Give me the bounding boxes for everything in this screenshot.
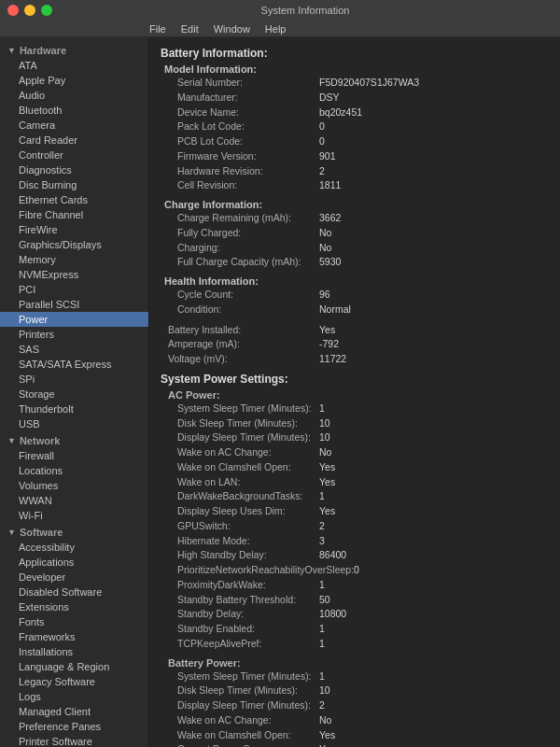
sidebar-item-printers[interactable]: Printers [0,327,148,342]
charge-full-capacity-label: Full Charge Capacity (mAh): [161,255,319,270]
sidebar-item-developer[interactable]: Developer [0,570,148,585]
menu-edit[interactable]: Edit [181,23,199,35]
sidebar-item-thunderbolt[interactable]: Thunderbolt [0,402,148,416]
menu-file[interactable]: File [149,23,166,35]
health-condition: Condition: Normal [161,303,549,317]
sidebar-item-ethernet-cards[interactable]: Ethernet Cards [0,192,148,207]
sidebar-item-apple-pay[interactable]: Apple Pay [0,73,148,88]
sidebar-item-ata[interactable]: ATA [0,58,148,73]
sidebar-item-printer-software[interactable]: Printer Software [0,734,148,747]
sidebar-item-pci[interactable]: PCI [0,282,148,297]
sidebar-item-sas[interactable]: SAS [0,342,148,357]
sidebar-item-bluetooth[interactable]: Bluetooth [0,103,148,118]
sidebar-item-frameworks[interactable]: Frameworks [0,629,148,644]
battery-voltage: Voltage (mV): 11722 [161,352,549,367]
sidebar-item-controller[interactable]: Controller [0,148,148,162]
ac-system-sleep-label: System Sleep Timer (Minutes): [161,402,319,416]
sidebar-item-usb[interactable]: USB [0,416,148,431]
ac-standby-battery-threshold: Standby Battery Threshold: 50 [161,593,549,608]
fullscreen-button[interactable] [41,5,52,16]
sidebar-item-nvmexpress[interactable]: NVMExpress [0,267,148,282]
model-hw-revision-value: 2 [319,164,325,179]
sidebar-item-card-reader[interactable]: Card Reader [0,133,148,148]
model-firmware-value: 901 [319,149,336,164]
sidebar-item-memory[interactable]: Memory [0,252,148,267]
ac-hibernate-mode-value: 3 [319,534,325,549]
bp-disk-sleep-label: Disk Sleep Timer (Minutes): [161,684,319,698]
sidebar-item-spi[interactable]: SPi [0,372,148,387]
ac-display-sleep-dim: Display Sleep Uses Dim: Yes [161,504,549,519]
sidebar-item-applications[interactable]: Applications [0,555,148,570]
bp-disk-sleep: Disk Sleep Timer (Minutes): 10 [161,684,549,698]
sidebar-item-camera[interactable]: Camera [0,118,148,133]
sidebar-item-wifi[interactable]: Wi-Fi [0,508,148,523]
software-group-label: ▼ Software [0,523,148,540]
model-manufacturer: Manufacturer: DSY [161,91,549,106]
model-manufacturer-value: DSY [319,91,340,106]
charge-section: Charge Information: Charge Remaining (mA… [161,199,549,270]
model-device-name: Device Name: bq20z451 [161,106,549,120]
sidebar-item-diagnostics[interactable]: Diagnostics [0,162,148,177]
sidebar-item-firewall[interactable]: Firewall [0,448,148,463]
sidebar-item-disabled-software[interactable]: Disabled Software [0,585,148,599]
charge-section-title: Charge Information: [161,199,549,210]
ac-hibernate-mode: Hibernate Mode: 3 [161,534,549,549]
bp-wake-ac-change: Wake on AC Change: No [161,713,549,728]
bp-wake-ac-change-label: Wake on AC Change: [161,713,319,728]
sidebar-item-logs[interactable]: Logs [0,689,148,704]
ac-standby-enabled: Standby Enabled: 1 [161,622,549,637]
sidebar-item-legacy-software[interactable]: Legacy Software [0,674,148,689]
health-condition-value: Normal [319,303,351,317]
close-button[interactable] [7,5,19,16]
minimize-button[interactable] [24,5,35,16]
ac-proximity-dark-wake: ProximityDarkWake: 1 [161,578,549,593]
bp-current-power-source: Current Power Source: Yes [161,742,549,747]
sidebar-item-storage[interactable]: Storage [0,387,148,402]
model-manufacturer-label: Manufacturer: [161,91,319,106]
menu-help[interactable]: Help [265,23,287,35]
sidebar-item-sata[interactable]: SATA/SATA Express [0,357,148,372]
model-pcb-lot: PCB Lot Code: 0 [161,134,549,149]
sidebar-item-managed-client[interactable]: Managed Client [0,704,148,719]
sidebar-item-installations[interactable]: Installations [0,644,148,659]
ac-gpuswitch: GPUSwitch: 2 [161,519,549,534]
ac-wake-ac-change-label: Wake on AC Change: [161,445,319,460]
sidebar-item-fibre-channel[interactable]: Fibre Channel [0,207,148,222]
battery-installed: Battery Installed: Yes [161,323,549,338]
charge-charging: Charging: No [161,241,549,256]
sidebar-item-graphics-displays[interactable]: Graphics/Displays [0,237,148,252]
sidebar-item-language-region[interactable]: Language & Region [0,659,148,674]
sidebar-item-disc-burning[interactable]: Disc Burning [0,177,148,192]
hardware-triangle: ▼ [7,46,16,55]
model-hw-revision: Hardware Revision: 2 [161,164,549,179]
ac-wake-clamshell-value: Yes [319,460,335,475]
menu-window[interactable]: Window [214,23,250,35]
bp-system-sleep: System Sleep Timer (Minutes): 1 [161,669,549,684]
ac-display-sleep-label: Display Sleep Timer (Minutes): [161,430,319,445]
sidebar-item-parallel-scsi[interactable]: Parallel SCSI [0,297,148,312]
bp-wake-clamshell-value: Yes [319,728,335,743]
sidebar-item-volumes[interactable]: Volumes [0,478,148,493]
health-cycle-count-label: Cycle Count: [161,288,319,303]
sidebar-item-firewire[interactable]: FireWire [0,222,148,237]
ac-standby-delay: Standby Delay: 10800 [161,607,549,622]
sidebar-item-preference-panes[interactable]: Preference Panes [0,719,148,734]
ac-gpuswitch-label: GPUSwitch: [161,519,319,534]
sidebar-item-audio[interactable]: Audio [0,88,148,103]
charge-remaining-label: Charge Remaining (mAh): [161,211,319,226]
sidebar-item-locations[interactable]: Locations [0,463,148,478]
ac-darkwake-bg-value: 1 [319,489,325,504]
bp-current-power-source-label: Current Power Source: [161,742,319,747]
content-area: Battery Information: Model Information: … [149,37,560,747]
sidebar-item-wwan[interactable]: WWAN [0,493,148,508]
model-pcb-lot-label: PCB Lot Code: [161,134,319,149]
ac-standby-enabled-value: 1 [319,622,325,637]
ac-tcp-keepalive: TCPKeepAlivePref: 1 [161,637,549,652]
sidebar-item-extensions[interactable]: Extensions [0,599,148,614]
sidebar-item-fonts[interactable]: Fonts [0,614,148,629]
sidebar-item-power[interactable]: Power [0,312,148,327]
hardware-group-label: ▼ Hardware [0,41,148,58]
battery-amperage: Amperage (mA): -792 [161,337,549,352]
sidebar-item-accessibility[interactable]: Accessibility [0,540,148,555]
health-section-title: Health Information: [161,275,549,287]
